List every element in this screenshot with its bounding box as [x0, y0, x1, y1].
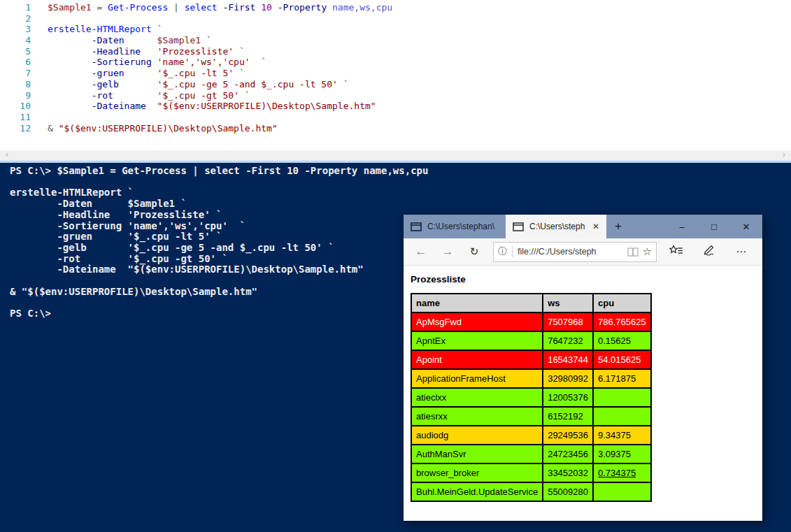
code-line: 3erstelle-HTMLReport ` [0, 24, 791, 35]
editor-horizontal-scrollbar[interactable]: ‹ › [0, 150, 791, 160]
tab-close-icon[interactable]: ✕ [591, 222, 601, 231]
scroll-left-icon[interactable]: ‹ [1, 150, 13, 160]
line-number: 5 [0, 46, 31, 57]
line-number: 4 [0, 35, 31, 46]
cell-cpu: 786.765625 [593, 312, 651, 331]
new-tab-button[interactable]: + [606, 215, 630, 238]
browser-navbar: ← → ↻ ⓘ file:///C:/Users/steph ☆ [404, 238, 762, 266]
line-number: 11 [0, 112, 31, 123]
code-text: -Headline 'Prozessliste' ` [48, 46, 245, 57]
tab-title: C:\Users\steph [529, 222, 585, 231]
cell-cpu [593, 388, 651, 407]
cell-name: atiesrxx [411, 407, 543, 426]
cell-ws: 24723456 [543, 445, 593, 463]
minimize-button[interactable]: – [666, 215, 698, 238]
cell-cpu: 6.171875 [593, 369, 651, 388]
address-bar[interactable]: ⓘ file:///C:/Users/steph ☆ [493, 242, 657, 262]
code-line: 2 [0, 13, 791, 24]
code-text: -Dateiname "$($env:USERPROFILE)\Desktop\… [48, 101, 376, 112]
more-options-icon[interactable]: ⋯ [736, 245, 747, 258]
process-row: AuthManSvr247234563.09375 [411, 445, 651, 463]
line-number: 7 [0, 68, 31, 79]
site-info-icon[interactable]: ⓘ [498, 245, 507, 258]
code-line: 1$Sample1 = Get-Process | select -First … [0, 2, 791, 13]
cell-cpu [593, 407, 651, 426]
process-row: ApntEx76472320.15625 [411, 331, 651, 350]
browser-tab-inactive[interactable]: C:\Users\stephan\ [404, 215, 506, 238]
code-line: 11 [0, 112, 791, 123]
cell-name: AuthManSvr [411, 445, 543, 463]
web-note-pen-icon[interactable] [702, 245, 716, 259]
cell-ws: 7647232 [543, 331, 593, 350]
code-line: 8 -gelb '$_.cpu -ge 5 -and $_.cpu -lt 50… [0, 79, 791, 90]
cell-cpu: 0.734375 [593, 463, 651, 482]
process-row: Apoint1654374454.015625 [411, 350, 651, 369]
code-line: 6 -Sortierung 'name','ws','cpu' ` [0, 57, 791, 68]
page-icon [411, 222, 422, 231]
titlebar-drag-area [630, 215, 666, 238]
back-button[interactable]: ← [408, 245, 434, 259]
close-button[interactable]: ✕ [730, 215, 762, 238]
process-row: Buhl.MeinGeld.UpdateService55009280 [411, 482, 651, 501]
code-line: 4 -Daten $Sample1 ` [0, 35, 791, 46]
browser-tab-active[interactable]: C:\Users\steph ✕ [506, 215, 606, 238]
line-number: 3 [0, 24, 31, 35]
browser-window: C:\Users\stephan\ C:\Users\steph ✕ + – □… [404, 215, 762, 521]
navbar-right-icons: ⋯ [657, 245, 757, 259]
cell-name: Buhl.MeinGeld.UpdateService [411, 482, 543, 501]
cell-ws: 33452032 [543, 463, 593, 482]
hub-favorites-icon[interactable] [669, 245, 683, 259]
cell-ws: 12005376 [543, 388, 593, 407]
tab-title: C:\Users\stephan\ [427, 222, 500, 231]
screen: 1$Sample1 = Get-Process | select -First … [0, 0, 791, 532]
cell-name: ApMsgFwd [411, 312, 543, 331]
process-row: atiesrxx6152192 [411, 407, 651, 426]
scroll-right-icon[interactable]: › [778, 150, 790, 160]
code-line: 12& "$($env:USERPROFILE)\Desktop\Sample.… [0, 123, 791, 134]
code-text: $Sample1 = Get-Process | select -First 1… [48, 2, 392, 13]
line-number: 12 [0, 123, 31, 134]
code-text: -gruen '$_.cpu -lt 5' ` [48, 68, 245, 79]
line-number: 9 [0, 90, 31, 101]
process-table: namewscpu ApMsgFwd7507968786.765625ApntE… [411, 293, 652, 502]
column-header: cpu [593, 294, 651, 312]
add-favorite-icon[interactable]: ☆ [643, 245, 652, 258]
cell-cpu: 54.015625 [593, 350, 651, 369]
column-header: name [411, 294, 543, 312]
cell-ws: 55009280 [543, 482, 593, 501]
maximize-button[interactable]: □ [698, 215, 730, 238]
process-row: browser_broker334520320.734375 [411, 463, 651, 482]
code-text: erstelle-HTMLReport ` [48, 24, 162, 35]
cell-name: ApntEx [411, 331, 543, 350]
url-text[interactable]: file:///C:/Users/steph [518, 247, 623, 257]
code-text: -gelb '$_.cpu -ge 5 -and $_.cpu -lt 50' … [48, 79, 349, 90]
script-lines: 1$Sample1 = Get-Process | select -First … [0, 2, 791, 134]
script-editor-pane[interactable]: 1$Sample1 = Get-Process | select -First … [0, 0, 791, 150]
page-icon [513, 222, 524, 231]
reading-view-icon[interactable] [627, 247, 639, 257]
report-title: Prozessliste [411, 274, 762, 285]
browser-page-content: Prozessliste namewscpu ApMsgFwd750796878… [404, 266, 762, 521]
process-row: ApplicationFrameHost329809926.171875 [411, 369, 651, 388]
code-line: 7 -gruen '$_.cpu -lt 5' ` [0, 68, 791, 79]
code-text: & "$($env:USERPROFILE)\Desktop\Sample.ht… [48, 123, 278, 134]
process-row: atieclxx12005376 [411, 388, 651, 407]
cell-name: ApplicationFrameHost [411, 369, 543, 388]
cell-ws: 7507968 [543, 312, 593, 331]
code-text: -rot '$_.cpu -gt 50' ` [48, 90, 250, 101]
divider [512, 246, 513, 257]
line-number: 10 [0, 101, 31, 112]
cell-cpu: 3.09375 [593, 445, 651, 463]
refresh-button[interactable]: ↻ [461, 245, 487, 258]
forward-button[interactable]: → [434, 245, 461, 259]
code-text: -Daten $Sample1 ` [48, 35, 212, 46]
cell-name: Apoint [411, 350, 543, 369]
cell-ws: 32980992 [543, 369, 593, 388]
column-header: ws [543, 294, 593, 312]
cell-cpu [593, 482, 651, 501]
code-line: 5 -Headline 'Prozessliste' ` [0, 46, 791, 57]
code-line: 10 -Dateiname "$($env:USERPROFILE)\Deskt… [0, 101, 791, 112]
line-number: 1 [0, 2, 31, 13]
line-number: 2 [0, 13, 31, 24]
browser-tabbar: C:\Users\stephan\ C:\Users\steph ✕ + – □… [404, 215, 762, 238]
